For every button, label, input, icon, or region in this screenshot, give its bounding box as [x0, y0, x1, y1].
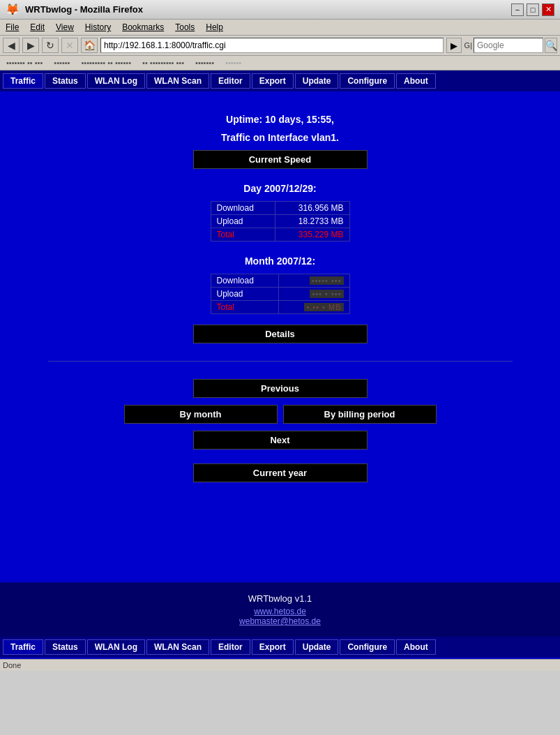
footer-email[interactable]: webmaster@hetos.de	[10, 616, 550, 626]
main-content: Uptime: 10 days, 15:55, Traffic on Inter…	[0, 93, 560, 581]
tab-wlan-log-bottom[interactable]: WLAN Log	[87, 639, 145, 655]
previous-button[interactable]: Previous	[193, 379, 368, 398]
month-total-label: Total	[211, 301, 279, 314]
tab-status-top[interactable]: Status	[45, 73, 86, 89]
bookmark-4[interactable]: •• ••••••••• •••	[139, 57, 188, 68]
tab-configure-bottom[interactable]: Configure	[340, 639, 395, 655]
month-title: Month 2007/12:	[245, 255, 315, 267]
by-month-button[interactable]: By month	[124, 405, 278, 424]
home-button[interactable]: 🏠	[81, 38, 98, 53]
top-nav-tabs: Traffic Status WLAN Log WLAN Scan Editor…	[0, 70, 560, 93]
search-input[interactable]	[474, 38, 543, 53]
bookmark-5[interactable]: •••••••	[192, 57, 218, 68]
by-billing-button[interactable]: By billing period	[283, 405, 437, 424]
tab-about-top[interactable]: About	[396, 73, 436, 89]
menu-view[interactable]: View	[53, 21, 77, 34]
bottom-nav-tabs: Traffic Status WLAN Log WLAN Scan Editor…	[0, 637, 560, 659]
back-button[interactable]: ◀	[3, 38, 20, 53]
stop-button[interactable]: ✕	[61, 38, 78, 53]
month-data-table: Download ••••• ••• Upload ••• • ••• Tota…	[211, 274, 350, 314]
tab-editor-top[interactable]: Editor	[211, 73, 250, 89]
bookmark-1[interactable]: ••••••• •• •••	[3, 57, 46, 68]
current-year-button[interactable]: Current year	[193, 463, 368, 482]
uptime-text: Uptime: 10 days, 15:55,	[226, 114, 334, 125]
bookmark-2[interactable]: ••••••	[50, 57, 73, 68]
day-download-label: Download	[211, 202, 275, 215]
tab-export-top[interactable]: Export	[252, 73, 294, 89]
reload-button[interactable]: ↻	[42, 38, 59, 53]
tab-wlan-scan-top[interactable]: WLAN Scan	[146, 73, 209, 89]
details-button[interactable]: Details	[193, 325, 368, 343]
month-upload-label: Upload	[211, 288, 279, 301]
month-download-value: ••••• •••	[279, 274, 349, 288]
day-data-table: Download 316.956 MB Upload 18.2733 MB To…	[211, 201, 350, 242]
google-icon: G|	[464, 41, 472, 50]
browser-icon: 🦊	[6, 3, 20, 16]
window-controls: − □ ✕	[511, 3, 554, 16]
tab-export-bottom[interactable]: Export	[252, 639, 294, 655]
tab-about-bottom[interactable]: About	[396, 639, 436, 655]
footer-app-name: WRTbwlog v1.1	[10, 593, 550, 604]
interface-text: Traffic on Interface vlan1.	[221, 132, 339, 143]
footer: WRTbwlog v1.1 www.hetos.de webmaster@het…	[0, 581, 560, 637]
tab-status-bottom[interactable]: Status	[45, 639, 86, 655]
address-bar[interactable]: http://192.168.1.1:8000/traffic.cgi	[100, 38, 444, 53]
day-total-label: Total	[211, 228, 275, 242]
status-text: Done	[3, 661, 21, 669]
tab-wlan-scan-bottom[interactable]: WLAN Scan	[146, 639, 209, 655]
maximize-button[interactable]: □	[527, 3, 539, 16]
tab-traffic-top[interactable]: Traffic	[3, 73, 43, 89]
bookmarks-bar: ••••••• •• ••• •••••• ••••••••• •• •••••…	[0, 56, 560, 70]
current-speed-button[interactable]: Current Speed	[193, 150, 368, 169]
month-download-label: Download	[211, 274, 279, 288]
footer-website[interactable]: www.hetos.de	[10, 607, 550, 616]
menu-tools[interactable]: Tools	[172, 21, 197, 34]
close-button[interactable]: ✕	[542, 3, 554, 16]
tab-traffic-bottom[interactable]: Traffic	[3, 639, 43, 655]
tab-update-bottom[interactable]: Update	[295, 639, 339, 655]
forward-button[interactable]: ▶	[22, 38, 39, 53]
menu-file[interactable]: File	[3, 21, 22, 34]
search-button[interactable]: 🔍	[545, 38, 557, 53]
go-button[interactable]: ▶	[446, 38, 462, 53]
day-upload-label: Upload	[211, 215, 275, 228]
content-box: Uptime: 10 days, 15:55, Traffic on Inter…	[22, 107, 538, 482]
browser-toolbar: ◀ ▶ ↻ ✕ 🏠 http://192.168.1.1:8000/traffi…	[0, 36, 560, 56]
tab-update-top[interactable]: Update	[295, 73, 339, 89]
day-title: Day 2007/12/29:	[243, 183, 316, 194]
menu-bar: File Edit View History Bookmarks Tools H…	[0, 20, 560, 36]
status-bar: Done	[0, 659, 560, 671]
menu-edit[interactable]: Edit	[27, 21, 47, 34]
titlebar: 🦊 WRTbwlog - Mozilla Firefox − □ ✕	[0, 0, 560, 20]
day-download-value: 316.956 MB	[275, 202, 349, 215]
bookmark-6[interactable]: ••••••	[222, 57, 245, 68]
page-frame: Traffic Status WLAN Log WLAN Scan Editor…	[0, 70, 560, 659]
period-buttons-row: By month By billing period	[22, 405, 538, 424]
menu-bookmarks[interactable]: Bookmarks	[119, 21, 167, 34]
menu-help[interactable]: Help	[203, 21, 226, 34]
menu-history[interactable]: History	[82, 21, 114, 34]
bookmark-3[interactable]: ••••••••• •• ••••••	[77, 57, 135, 68]
divider	[48, 361, 513, 362]
tab-configure-top[interactable]: Configure	[340, 73, 395, 89]
address-text: http://192.168.1.1:8000/traffic.cgi	[104, 40, 226, 50]
month-total-value: •.•• • MB	[279, 301, 349, 314]
month-upload-value: ••• • •••	[279, 288, 349, 301]
browser-title: WRTbwlog - Mozilla Firefox	[25, 4, 506, 15]
minimize-button[interactable]: −	[511, 3, 524, 16]
day-upload-value: 18.2733 MB	[275, 215, 349, 228]
next-button[interactable]: Next	[193, 431, 368, 450]
tab-editor-bottom[interactable]: Editor	[211, 639, 250, 655]
day-total-value: 335.229 MB	[275, 228, 349, 242]
tab-wlan-log-top[interactable]: WLAN Log	[87, 73, 145, 89]
search-area: G| 🔍	[464, 38, 557, 53]
